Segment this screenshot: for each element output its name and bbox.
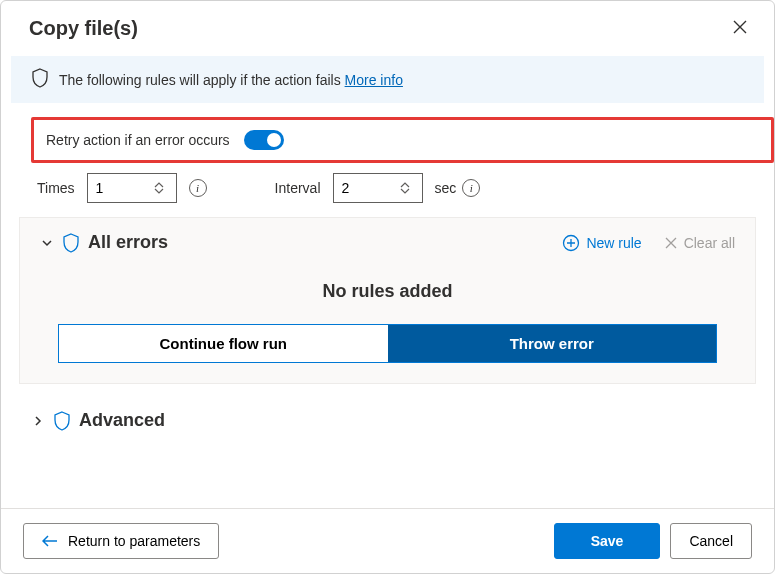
times-info-icon[interactable]: i (189, 179, 207, 197)
shield-icon (53, 411, 71, 431)
times-input[interactable] (88, 174, 148, 202)
all-errors-label: All errors (88, 232, 168, 253)
times-label: Times (37, 180, 75, 196)
times-stepper[interactable] (87, 173, 177, 203)
dialog: Copy file(s) The following rules will ap… (0, 0, 775, 574)
info-banner-msg: The following rules will apply if the ac… (59, 72, 345, 88)
info-banner-text: The following rules will apply if the ac… (59, 72, 403, 88)
close-icon (664, 236, 678, 250)
interval-label: Interval (275, 180, 321, 196)
interval-input[interactable] (334, 174, 394, 202)
interval-stepper[interactable] (333, 173, 423, 203)
times-spinner-arrows[interactable] (148, 174, 170, 202)
shield-icon (31, 68, 49, 91)
dialog-header: Copy file(s) (1, 1, 774, 52)
arrow-left-icon (42, 535, 58, 547)
retry-toggle[interactable] (244, 130, 284, 150)
clear-all-button: Clear all (664, 235, 735, 251)
interval-info-icon[interactable]: i (462, 179, 480, 197)
interval-unit: sec (435, 180, 457, 196)
no-rules-message: No rules added (40, 281, 735, 302)
toggle-knob (267, 133, 281, 147)
advanced-label: Advanced (79, 410, 165, 431)
error-mode-segmented: Continue flow run Throw error (58, 324, 717, 363)
new-rule-label: New rule (586, 235, 641, 251)
retry-params: Times i Interval sec i (1, 173, 774, 217)
more-info-link[interactable]: More info (345, 72, 403, 88)
chevron-down-icon (40, 236, 54, 250)
throw-error-button[interactable]: Throw error (388, 325, 717, 362)
continue-flow-button[interactable]: Continue flow run (59, 325, 388, 362)
chevron-down-icon (154, 188, 164, 194)
chevron-down-icon (400, 188, 410, 194)
return-label: Return to parameters (68, 533, 200, 549)
close-button[interactable] (728, 15, 752, 42)
save-button[interactable]: Save (554, 523, 661, 559)
cancel-button[interactable]: Cancel (670, 523, 752, 559)
plus-circle-icon (562, 234, 580, 252)
interval-spinner-arrows[interactable] (394, 174, 416, 202)
advanced-section-toggle[interactable]: Advanced (1, 384, 774, 431)
close-icon (732, 19, 748, 35)
clear-all-label: Clear all (684, 235, 735, 251)
errors-header-right: New rule Clear all (562, 234, 735, 252)
errors-header-left[interactable]: All errors (40, 232, 168, 253)
new-rule-button[interactable]: New rule (562, 234, 641, 252)
dialog-title: Copy file(s) (29, 17, 138, 40)
errors-header: All errors New rule Clear all (40, 232, 735, 253)
return-to-parameters-button[interactable]: Return to parameters (23, 523, 219, 559)
shield-icon (62, 233, 80, 253)
dialog-footer: Return to parameters Save Cancel (1, 508, 774, 573)
retry-row: Retry action if an error occurs (31, 117, 774, 163)
retry-label: Retry action if an error occurs (46, 132, 230, 148)
chevron-right-icon (31, 414, 45, 428)
info-banner: The following rules will apply if the ac… (11, 56, 764, 103)
errors-panel: All errors New rule Clear all No rules a… (19, 217, 756, 384)
